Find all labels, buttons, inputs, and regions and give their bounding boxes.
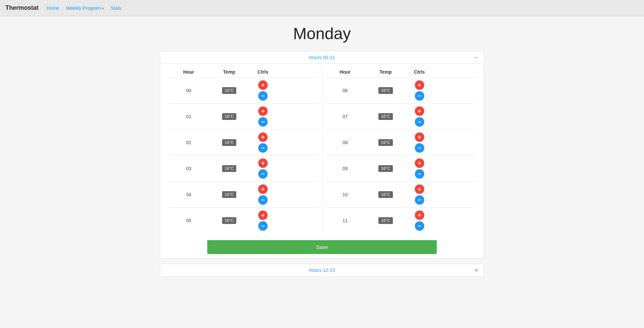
col-temp-left: Temp: [209, 69, 249, 75]
table-header-left: Hour Temp Ctrls: [168, 67, 319, 77]
save-row: Save: [160, 236, 484, 258]
decrease-temp-button[interactable]: −: [415, 195, 424, 205]
hours-0011-title: Hours 00-11: [309, 55, 335, 60]
page-content: Monday Hours 00-11 − Hour Temp Ctrls 001…: [0, 16, 644, 290]
right-half: Hour Temp Ctrls 0616°C+−0716°C+−0816°C+−…: [322, 67, 479, 233]
decrease-temp-button[interactable]: −: [258, 91, 268, 101]
hour-cell: 01: [168, 114, 209, 119]
hours-1223-title: Hours 12-23: [309, 268, 335, 273]
temp-badge: 16°C: [378, 113, 393, 120]
temp-badge: 16°C: [222, 87, 237, 94]
decrease-temp-button[interactable]: −: [415, 117, 424, 127]
increase-temp-button[interactable]: +: [415, 184, 424, 194]
col-ctrls-left: Ctrls: [249, 69, 276, 75]
nav-stats[interactable]: Stats: [111, 5, 122, 11]
temp-badge: 16°C: [378, 87, 393, 94]
temp-cell: 16°C: [366, 87, 406, 94]
increase-temp-button[interactable]: +: [258, 80, 268, 90]
temp-badge: 16°C: [222, 217, 237, 224]
hours-0011-toggle[interactable]: −: [475, 54, 478, 60]
table-row: 1116°C+−: [325, 207, 476, 233]
hour-cell: 06: [325, 88, 366, 93]
increase-temp-button[interactable]: +: [415, 132, 424, 142]
temp-cell: 16°C: [209, 217, 249, 224]
table-row: 0416°C+−: [168, 181, 319, 207]
decrease-temp-button[interactable]: −: [415, 221, 424, 231]
hours-0011-header: Hours 00-11 −: [160, 51, 484, 64]
left-half: Hour Temp Ctrls 0016°C+−0116°C+−0216°C+−…: [166, 67, 322, 233]
col-hour-right: Hour: [325, 69, 366, 75]
hour-cell: 02: [168, 140, 209, 145]
ctrls-cell: +−: [249, 106, 276, 127]
temp-cell: 16°C: [366, 217, 406, 224]
decrease-temp-button[interactable]: −: [415, 169, 424, 179]
col-temp-right: Temp: [366, 69, 406, 75]
hours-table: Hour Temp Ctrls 0016°C+−0116°C+−0216°C+−…: [160, 64, 484, 236]
temp-cell: 16°C: [209, 113, 249, 120]
save-button[interactable]: Save: [207, 240, 437, 254]
ctrls-cell: +−: [249, 210, 276, 231]
increase-temp-button[interactable]: +: [258, 158, 268, 168]
hours-1223-header: Hours 12-23 +: [160, 264, 484, 276]
hour-cell: 03: [168, 166, 209, 171]
decrease-temp-button[interactable]: −: [258, 143, 268, 153]
hours-0011-card: Hours 00-11 − Hour Temp Ctrls 0016°C+−01…: [160, 51, 484, 258]
decrease-temp-button[interactable]: −: [258, 195, 268, 205]
ctrls-cell: +−: [249, 184, 276, 205]
brand: Thermostat: [5, 4, 38, 11]
increase-temp-button[interactable]: +: [258, 184, 268, 194]
nav-home[interactable]: Home: [47, 5, 59, 11]
col-hour-left: Hour: [168, 69, 209, 75]
decrease-temp-button[interactable]: −: [258, 117, 268, 127]
ctrls-cell: +−: [406, 132, 433, 153]
ctrls-cell: +−: [406, 106, 433, 127]
table-row: 0816°C+−: [325, 129, 476, 155]
temp-badge: 16°C: [378, 165, 393, 172]
decrease-temp-button[interactable]: −: [415, 91, 424, 101]
decrease-temp-button[interactable]: −: [258, 221, 268, 231]
temp-badge: 16°C: [378, 217, 393, 224]
nav-weekly-program[interactable]: Weekly Program: [66, 5, 104, 11]
increase-temp-button[interactable]: +: [258, 132, 268, 142]
temp-cell: 16°C: [366, 165, 406, 172]
temp-cell: 16°C: [209, 87, 249, 94]
temp-badge: 16°C: [378, 191, 393, 198]
hour-cell: 04: [168, 192, 209, 197]
table-row: 0916°C+−: [325, 155, 476, 181]
ctrls-cell: +−: [249, 158, 276, 179]
table-row: 0116°C+−: [168, 103, 319, 129]
increase-temp-button[interactable]: +: [258, 106, 268, 116]
temp-cell: 16°C: [209, 191, 249, 198]
hour-cell: 05: [168, 218, 209, 223]
table-row: 0616°C+−: [325, 77, 476, 103]
hour-cell: 07: [325, 114, 366, 119]
temp-cell: 16°C: [366, 191, 406, 198]
table-row: 0316°C+−: [168, 155, 319, 181]
col-ctrls-right: Ctrls: [406, 69, 433, 75]
decrease-temp-button[interactable]: −: [258, 169, 268, 179]
page-title: Monday: [293, 24, 351, 43]
temp-cell: 16°C: [366, 113, 406, 120]
table-row: 0716°C+−: [325, 103, 476, 129]
increase-temp-button[interactable]: +: [415, 106, 424, 116]
ctrls-cell: +−: [249, 80, 276, 101]
table-row: 1016°C+−: [325, 181, 476, 207]
table-row: 0216°C+−: [168, 129, 319, 155]
increase-temp-button[interactable]: +: [415, 80, 424, 90]
table-header-right: Hour Temp Ctrls: [325, 67, 476, 77]
temp-cell: 16°C: [366, 139, 406, 146]
increase-temp-button[interactable]: +: [258, 210, 268, 220]
temp-badge: 16°C: [222, 165, 237, 172]
hours-1223-card: Hours 12-23 +: [160, 264, 484, 277]
hour-cell: 08: [325, 140, 366, 145]
navbar: Thermostat Home Weekly Program Stats: [0, 0, 644, 16]
ctrls-cell: +−: [406, 80, 433, 101]
table-row: 0016°C+−: [168, 77, 319, 103]
decrease-temp-button[interactable]: −: [415, 143, 424, 153]
hours-1223-toggle[interactable]: +: [474, 267, 478, 274]
ctrls-cell: +−: [249, 132, 276, 153]
increase-temp-button[interactable]: +: [415, 158, 424, 168]
increase-temp-button[interactable]: +: [415, 210, 424, 220]
ctrls-cell: +−: [406, 158, 433, 179]
temp-cell: 16°C: [209, 165, 249, 172]
